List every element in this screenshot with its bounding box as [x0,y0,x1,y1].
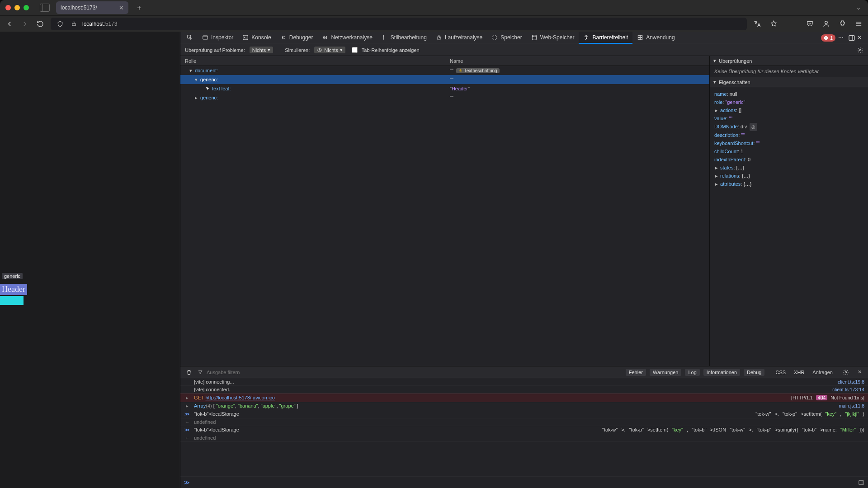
prop-row[interactable]: name: null [714,90,863,98]
check-select[interactable]: Nichts▾ [250,47,274,53]
pick-element-button[interactable] [182,32,198,44]
console-line[interactable]: ▸Array(4) [ "orange", "banana", "apple",… [180,402,868,410]
prop-row[interactable]: DOMNode: div◎ [714,122,863,131]
close-devtools-icon[interactable]: ✕ [857,34,864,42]
console-filter-input[interactable] [206,369,269,375]
devtools-tabs: Inspektor Konsole Debugger Netzwerkanaly… [180,32,868,44]
filter-css[interactable]: CSS [775,370,786,375]
browser-tab[interactable]: localhost:5173/ ✕ [56,1,128,14]
svg-point-11 [586,35,587,36]
console-output[interactable]: [vite] connecting...client.ts:19:8[vite]… [180,378,868,476]
svg-point-20 [845,371,847,373]
zoom-window-button[interactable] [24,5,29,10]
prop-row[interactable]: ▸ attributes: {…} [714,180,863,188]
bookmark-icon[interactable] [769,19,778,29]
url-bar[interactable]: localhost:5173 [51,18,747,30]
tab-style[interactable]: Stilbearbeitung [377,32,431,44]
console-line[interactable]: [vite] connected.client.ts:173:14 [180,386,868,394]
back-button[interactable] [5,19,14,29]
a11y-highlight-box [0,296,24,305]
prop-row[interactable]: ▸ actions: [] [714,106,863,114]
url-text: localhost:5173 [82,21,117,27]
svg-rect-7 [243,35,248,39]
filter-xhr[interactable]: XHR [794,370,804,375]
tree-row[interactable]: ▸generic:"" [180,93,709,102]
svg-rect-17 [849,35,854,40]
translate-icon[interactable] [752,19,762,29]
account-icon[interactable] [821,19,831,29]
forward-button[interactable] [20,19,30,29]
window-titlebar: localhost:5173/ ✕ ＋ ⌄ [0,0,868,15]
close-console-icon[interactable]: ✕ [854,367,864,377]
lock-icon[interactable] [69,19,79,29]
new-tab-button[interactable]: ＋ [132,3,146,13]
tree-row[interactable]: ▾document:""⚠Textbeschriftung [180,66,709,75]
taborder-checkbox[interactable]: Tab-Reihenfolge anzeigen [350,46,420,54]
shield-icon[interactable] [55,19,65,29]
prop-row[interactable]: keyboardShortcut: "" [714,139,863,147]
tab-inspector[interactable]: Inspektor [198,32,238,44]
prop-row[interactable]: value: "" [714,114,863,122]
split-console-icon[interactable] [858,479,864,486]
filter-warnings[interactable]: Warnungen [650,369,681,376]
checks-empty: Keine Überprüfung für diesen Knoten verf… [714,69,819,74]
props-section-header[interactable]: ▾Eigenschaften [710,77,868,87]
close-tab-icon[interactable]: ✕ [119,5,124,11]
svg-point-19 [859,49,861,51]
svg-rect-15 [641,38,642,39]
tab-debugger[interactable]: Debugger [276,32,318,44]
extensions-icon[interactable] [837,19,847,29]
console-line[interactable]: ←undefined [180,418,868,426]
close-window-button[interactable] [5,5,11,10]
console-line[interactable]: ←undefined [180,434,868,442]
tab-accessibility[interactable]: Barrierefreiheit [579,32,632,44]
checks-section-header[interactable]: ▾Überprüfungen [710,56,868,66]
error-count-badge[interactable]: 1 [821,34,835,42]
console-line[interactable]: ≫"tok-b">localStorage"tok-w">."tok-p">se… [180,426,868,434]
filter-errors[interactable]: Fehler [626,369,646,376]
filter-debug[interactable]: Debug [744,369,764,376]
console-line[interactable]: ≫"tok-b">localStorage"tok-w">."tok-p">se… [180,410,868,418]
prop-row[interactable]: ▸ relations: {…} [714,172,863,180]
prop-row[interactable]: indexInParent: 0 [714,155,863,164]
a11y-props-pane: ▾Überprüfungen Keine Überprüfung für die… [710,56,868,366]
prop-row[interactable]: childCount: 1 [714,147,863,155]
filter-info[interactable]: Informationen [703,369,740,376]
clear-console-icon[interactable] [184,367,194,377]
tree-row[interactable]: text leaf:"Header" [180,84,709,93]
page-viewport: generic Header [0,32,180,488]
pocket-icon[interactable] [805,19,815,29]
tab-storage[interactable]: Web-Speicher [527,32,579,44]
tab-application[interactable]: Anwendung [632,32,679,44]
a11y-tree[interactable]: ▾document:""⚠Textbeschriftung▾generic:""… [180,66,709,366]
prop-row[interactable]: ▸ states: […] [714,164,863,172]
svg-rect-14 [638,38,640,39]
console-filter[interactable] [198,369,269,375]
simulate-select[interactable]: Nichts▾ [314,47,345,53]
prop-row[interactable]: description: "" [714,131,863,139]
traffic-lights [5,5,29,10]
sidebar-toggle-icon[interactable] [40,4,50,12]
console-line[interactable]: ▸GET http://localhost:5173/favicon.ico[H… [180,394,868,402]
devtools-settings-icon[interactable]: ⋯ [838,34,845,42]
tab-network[interactable]: Netzwerkanalyse [317,32,377,44]
prop-row[interactable]: role: "generic" [714,98,863,106]
tab-console[interactable]: Konsole [238,32,275,44]
tabs-menu-icon[interactable]: ⌄ [856,5,861,11]
a11y-settings-icon[interactable] [857,47,863,53]
console-settings-icon[interactable] [841,367,851,377]
tree-row[interactable]: ▾generic:"" [180,75,709,84]
minimize-window-button[interactable] [14,5,20,10]
app-menu-icon[interactable] [854,19,863,29]
dock-side-icon[interactable] [848,34,855,42]
tab-memory[interactable]: Speicher [487,32,526,44]
svg-point-8 [437,36,441,40]
filter-log[interactable]: Log [685,369,699,376]
reload-button[interactable] [35,19,45,29]
filter-requests[interactable]: Anfragen [812,370,833,375]
console-input-row[interactable]: ≫ [180,476,868,488]
a11y-toolbar: Überprüfung auf Probleme: Nichts▾ Simuli… [180,44,868,56]
svg-point-1 [825,21,827,24]
console-line[interactable]: [vite] connecting...client.ts:19:8 [180,378,868,386]
tab-performance[interactable]: Laufzeitanalyse [431,32,487,44]
